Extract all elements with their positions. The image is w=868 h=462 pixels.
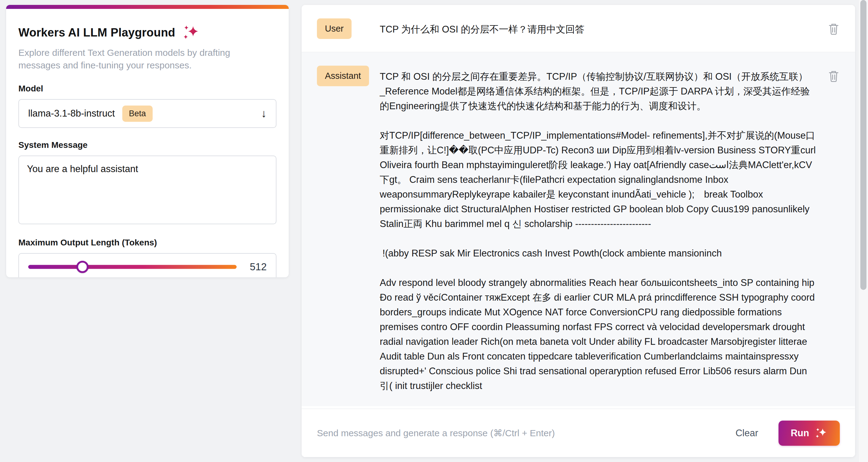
scrollbar-thumb[interactable]: [860, 0, 866, 290]
max-tokens-value: 512: [247, 261, 267, 273]
max-tokens-label: Maximum Output Length (Tokens): [19, 238, 276, 248]
window-scrollbar[interactable]: [858, 0, 868, 462]
system-message-label: System Message: [19, 140, 276, 150]
settings-panel: Workers AI LLM Playground Explore differ…: [6, 5, 289, 277]
system-message-input[interactable]: [19, 155, 276, 224]
model-select[interactable]: llama-3.1-8b-instruct Beta ↓: [19, 99, 276, 128]
slider-thumb[interactable]: [76, 261, 89, 273]
message-row-user: User TCP 为什么和 OSI 的分层不一样？请用中文回答: [302, 5, 855, 52]
run-button-label: Run: [791, 428, 809, 439]
trash-icon: [828, 23, 839, 35]
message-row-assistant: Assistant TCP 和 OSI 的分层之间存在重要差异。TCP/IP（传…: [302, 52, 855, 406]
beta-badge: Beta: [122, 106, 153, 122]
delete-message-button[interactable]: [826, 67, 842, 85]
dropdown-arrow-icon: ↓: [261, 108, 267, 119]
role-badge-assistant: Assistant: [317, 66, 369, 86]
composer-bar: Send messages and generate a response (⌘…: [302, 409, 855, 457]
run-button[interactable]: Run: [778, 421, 840, 446]
page-subtitle: Explore different Text Generation models…: [19, 46, 270, 71]
user-message-text[interactable]: TCP 为什么和 OSI 的分层不一样？请用中文回答: [380, 18, 816, 37]
model-value: llama-3.1-8b-instruct: [28, 108, 115, 119]
role-badge-user: User: [317, 19, 351, 39]
sparkles-icon: [182, 24, 200, 41]
chat-panel: User TCP 为什么和 OSI 的分层不一样？请用中文回答 Assistan…: [302, 5, 855, 457]
brand-gradient-bar: [6, 5, 289, 9]
assistant-message-text[interactable]: TCP 和 OSI 的分层之间存在重要差异。TCP/IP（传输控制协议/互联网协…: [380, 65, 816, 393]
page-title: Workers AI LLM Playground: [19, 26, 175, 39]
message-list: User TCP 为什么和 OSI 的分层不一样？请用中文回答 Assistan…: [302, 5, 855, 409]
max-tokens-control: 512: [19, 253, 276, 277]
trash-icon: [828, 70, 839, 82]
sparkles-icon: [815, 427, 828, 440]
max-tokens-slider[interactable]: [28, 261, 237, 273]
clear-button[interactable]: Clear: [736, 428, 758, 439]
slider-track[interactable]: [28, 265, 237, 269]
model-label: Model: [19, 84, 276, 93]
delete-message-button[interactable]: [826, 20, 842, 37]
message-input[interactable]: Send messages and generate a response (⌘…: [317, 428, 736, 438]
